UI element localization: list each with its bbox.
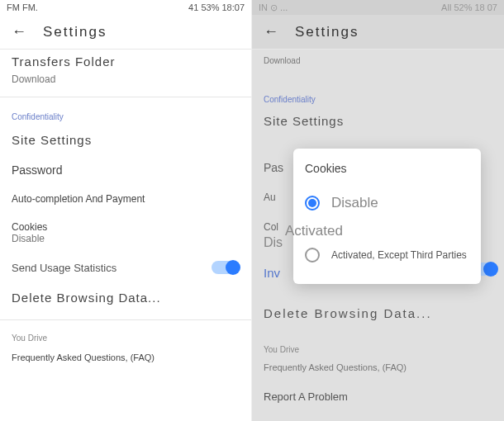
cookies-option-disable[interactable]: Disable (305, 187, 469, 220)
option-label: Disable (331, 195, 378, 211)
cookies-option-activated[interactable]: Activated (285, 220, 469, 239)
report-problem-row[interactable]: Report A Problem (252, 379, 504, 409)
content: Transfers Folder Download Confidentialit… (0, 50, 251, 371)
cookies-row[interactable]: Cookies Disable (0, 213, 251, 253)
statusbar-time: All 52% 18 07 (441, 2, 497, 12)
header: ← Settings (0, 15, 251, 50)
divider (0, 319, 251, 320)
statusbar-icons: IN ⊙ ... (259, 2, 288, 13)
faq-row[interactable]: Frequently Asked Questions, (FAQ) (252, 356, 504, 379)
delete-browsing-row[interactable]: Delete Browsing Data... (252, 300, 504, 327)
you-drive-section-label: You Drive (0, 327, 251, 344)
disable-partial: Dis (264, 235, 283, 250)
you-drive-section-label: You Drive (252, 338, 504, 356)
screen-settings-right: IN ⊙ ... All 52% 18 07 ← Settings Downlo… (252, 0, 504, 421)
download-value: Download (252, 50, 504, 72)
inv-partial: Inv (264, 266, 280, 280)
transfers-folder-label[interactable]: Transfers Folder (0, 50, 251, 73)
back-icon[interactable]: ← (12, 23, 26, 40)
password-partial: Pas (264, 161, 283, 174)
site-settings-row[interactable]: Site Settings (0, 125, 251, 155)
delete-browsing-row[interactable]: Delete Browsing Data... (0, 282, 251, 313)
confidentiality-section-label: Confidentiality (252, 87, 504, 107)
transfers-folder-value: Download (0, 73, 251, 90)
send-stats-toggle[interactable] (212, 261, 240, 274)
send-stats-label: Send Usage Statistics (12, 262, 116, 274)
page-title: Settings (43, 24, 107, 40)
option-label: Activated (285, 223, 343, 239)
statusbar-carrier: FM FM. (7, 2, 38, 12)
radio-selected-icon[interactable] (305, 196, 320, 210)
statusbar: IN ⊙ ... All 52% 18 07 (252, 0, 504, 15)
cookies-dialog: Cookies Disable Activated Activated, Exc… (293, 149, 481, 284)
send-stats-row[interactable]: Send Usage Statistics (0, 253, 251, 282)
site-settings-row[interactable]: Site Settings (252, 107, 504, 135)
cookies-value: Disable (12, 233, 240, 244)
auto-partial: Au (264, 192, 276, 203)
back-icon[interactable]: ← (264, 23, 278, 40)
auto-completion-row[interactable]: Auto-completion And Payment (0, 185, 251, 213)
statusbar-time: 41 53% 18:07 (188, 2, 245, 12)
option-label: Activated, Except Third Parties (331, 249, 467, 261)
radio-icon[interactable] (305, 248, 320, 263)
password-row[interactable]: Password (0, 155, 251, 185)
cookies-label: Cookies (12, 221, 240, 233)
cookies-dialog-title: Cookies (305, 162, 469, 175)
header: ← Settings (252, 15, 504, 50)
screen-settings-left: FM FM. 41 53% 18:07 ← Settings Transfers… (0, 0, 252, 421)
faq-row[interactable]: Frequently Asked Questions, (FAQ) (0, 344, 251, 371)
cookies-option-except-third[interactable]: Activated, Except Third Parties (305, 239, 469, 271)
statusbar: FM FM. 41 53% 18:07 (0, 0, 251, 15)
page-title: Settings (295, 24, 359, 40)
confidentiality-section-label: Confidentiality (0, 104, 251, 125)
cookies-partial: Col (264, 221, 278, 233)
divider (0, 97, 251, 97)
